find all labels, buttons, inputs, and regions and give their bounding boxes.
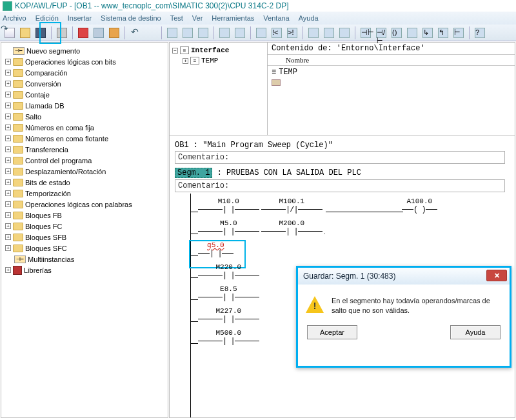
toolbar-btn[interactable] (322, 26, 336, 39)
expand-icon[interactable]: + (5, 70, 11, 75)
expand-icon[interactable]: + (5, 157, 11, 163)
tree-item[interactable]: +Conversión (3, 78, 166, 89)
contact-label: M10.0 (198, 197, 259, 205)
tree-item[interactable]: ⊣⊢Multiinstancias (3, 254, 166, 265)
contents-row-label: TEMP (279, 68, 297, 77)
toolbar-btn[interactable]: !< (270, 26, 284, 39)
paste-button[interactable] (107, 26, 121, 39)
expand-icon[interactable]: + (5, 267, 11, 273)
toolbar-btn[interactable] (254, 26, 268, 39)
accept-button[interactable]: Aceptar (307, 325, 357, 339)
tree-item[interactable]: +Desplazamiento/Rotación (3, 166, 166, 177)
expand-icon[interactable]: + (5, 179, 11, 185)
toolbar-btn[interactable]: ↳ (421, 26, 435, 39)
tree-item[interactable]: +Números en coma flotante (3, 133, 166, 144)
expand-icon[interactable]: + (5, 103, 11, 108)
contents-row[interactable]: ≡TEMP (272, 67, 511, 77)
help-button[interactable]: Ayuda (450, 325, 501, 339)
expand-icon[interactable]: + (5, 212, 11, 218)
tree-item[interactable]: +Comparación (3, 67, 166, 78)
dialog-message: En el segmento hay todavía operandos/mar… (332, 296, 502, 316)
expand-icon[interactable]: + (5, 81, 11, 86)
cut-button[interactable] (76, 26, 90, 39)
menu-sistema-destino[interactable]: Sistema de destino (101, 14, 161, 22)
tree-item-label: Operaciones lógicas con palabras (25, 201, 132, 208)
redo-button[interactable] (144, 26, 158, 39)
toolbar-btn[interactable]: ⊢ (452, 26, 466, 39)
tree-item[interactable]: +Llamada DB (3, 100, 166, 111)
tree-item[interactable]: +Operaciones lógicas con palabras (3, 199, 166, 210)
tree-item[interactable]: +Salto (3, 111, 166, 122)
tree-item[interactable]: +Números en coma fija (3, 122, 166, 133)
toolbar-btn[interactable]: >! (285, 26, 299, 39)
segment-comment-box[interactable]: Comentario: (175, 179, 505, 192)
expand-icon[interactable]: + (5, 146, 11, 152)
menu-ver[interactable]: Ver (192, 14, 203, 22)
toolbar-btn[interactable] (306, 26, 321, 39)
tree-item[interactable]: +Bloques SFB (3, 232, 166, 243)
toolbar-btn[interactable]: ↰ (436, 26, 450, 39)
interface-icon: ≡ (180, 46, 189, 54)
dialog-title-bar[interactable]: Guardar: Segm. 1 (30:483) ✕ (298, 268, 510, 285)
comment-box[interactable]: Comentario: (175, 151, 505, 164)
menu-ventana[interactable]: Ventana (263, 14, 289, 22)
toolbar-btn[interactable] (196, 26, 210, 39)
tree-item[interactable]: +Librerías (3, 265, 166, 275)
tree-item[interactable]: +Bloques SFC (3, 243, 166, 254)
toolbar-btn[interactable]: () (390, 26, 404, 39)
tree-item[interactable]: +Transferencia (3, 144, 166, 155)
interface-root[interactable]: Interface (191, 46, 229, 54)
segment-label[interactable]: Segm. 1 (175, 168, 212, 178)
toolbar-btn[interactable] (233, 26, 247, 39)
tree-item[interactable]: +Bloques FB (3, 210, 166, 221)
toolbar-btn[interactable]: ⊣/⊢ (374, 26, 388, 39)
tree-item-label: Números en coma fija (25, 124, 94, 132)
expand-icon[interactable]: + (5, 114, 11, 119)
menu-archivo[interactable]: Archivo (3, 14, 26, 22)
toolbar-btn[interactable]: ⊣⊢ (359, 26, 373, 39)
menu-herramientas[interactable]: Herramientas (212, 14, 254, 22)
open-button[interactable] (18, 26, 32, 39)
expand-icon[interactable]: + (5, 92, 11, 97)
expand-icon[interactable]: + (5, 245, 11, 251)
collapse-icon[interactable]: − (172, 48, 178, 54)
toolbar-btn[interactable] (181, 26, 195, 39)
expand-icon[interactable]: + (5, 190, 11, 196)
expand-icon[interactable]: + (5, 234, 11, 240)
toolbar-btn[interactable] (217, 26, 232, 39)
save-button[interactable] (34, 26, 48, 39)
toolbar-btn[interactable] (405, 26, 419, 39)
expand-icon[interactable]: + (5, 135, 11, 141)
folder-icon (13, 146, 23, 154)
tree-item[interactable]: +Temporización (3, 188, 166, 199)
menu-insertar[interactable]: Insertar (68, 14, 92, 22)
toolbar-btn[interactable] (337, 26, 352, 39)
menu-edicion[interactable]: Edición (35, 14, 59, 22)
expand-icon[interactable]: + (5, 168, 11, 174)
expand-icon[interactable]: + (5, 201, 11, 207)
close-button[interactable]: ✕ (486, 270, 507, 281)
menu-ayuda[interactable]: Ayuda (299, 14, 319, 22)
undo-button[interactable] (128, 26, 143, 39)
tree-item-label: Bits de estado (25, 179, 70, 186)
dialog-title: Guardar: Segm. 1 (30:483) (303, 272, 395, 281)
expand-icon[interactable]: + (5, 59, 11, 65)
tree-item[interactable]: +Bits de estado (3, 177, 166, 188)
expand-icon[interactable]: + (5, 125, 11, 130)
tree-item[interactable]: +⊣⊢Nuevo segmento (3, 45, 166, 56)
tree-item[interactable]: +Contaje (3, 89, 166, 100)
toolbar-btn[interactable] (165, 26, 179, 39)
copy-button[interactable] (92, 26, 106, 39)
expand-icon[interactable]: + (183, 58, 188, 64)
catalog-tree[interactable]: +⊣⊢Nuevo segmento+Operaciones lógicas co… (1, 42, 168, 418)
help-button[interactable]: ? (473, 26, 487, 39)
interface-tree[interactable]: −≡Interface +≡TEMP (170, 43, 268, 135)
tree-item[interactable]: +Operaciones lógicas con bits (3, 56, 166, 67)
expand-icon[interactable]: + (5, 223, 11, 229)
contents-row-empty[interactable] (272, 77, 511, 88)
menu-test[interactable]: Test (170, 14, 183, 22)
tree-item[interactable]: +Bloques FC (3, 221, 166, 232)
tree-item[interactable]: +Control del programa (3, 155, 166, 166)
interface-temp[interactable]: TEMP (201, 57, 218, 65)
print-button[interactable] (55, 26, 69, 39)
